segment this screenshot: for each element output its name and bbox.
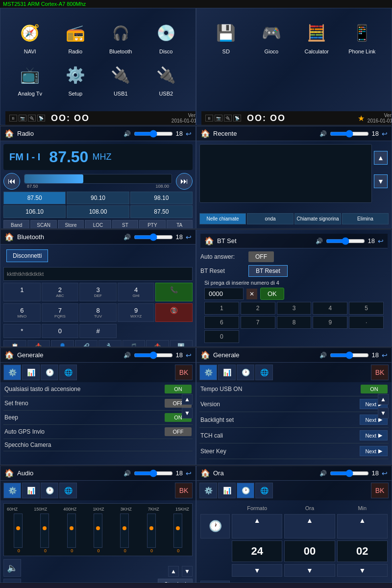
gen-tab-globe[interactable]: 🌐 xyxy=(59,365,77,380)
gen-accensione-toggle[interactable]: ON xyxy=(165,385,192,393)
bt-action-7[interactable]: 📤 xyxy=(146,340,169,347)
app-calculator[interactable]: 🧮 Calculator xyxy=(295,16,339,56)
auto-answer-toggle[interactable]: OFF xyxy=(248,251,274,262)
app-navi[interactable]: 🧭 NAVI xyxy=(8,16,52,56)
key-0[interactable]: 0 xyxy=(42,324,79,338)
btset-pin-input[interactable] xyxy=(204,288,244,300)
recent-down-btn[interactable]: ▼ xyxy=(374,174,388,188)
bt-action-3[interactable]: 👤 xyxy=(51,340,74,347)
ora-tab-clock[interactable]: 🕐 xyxy=(237,483,254,498)
app-setup[interactable]: ⚙️ Setup xyxy=(54,58,98,98)
gen-right-back[interactable]: ↩ xyxy=(382,351,388,359)
key-6[interactable]: 6MNO xyxy=(3,303,41,322)
home-icon-gen-right[interactable]: 🏠 xyxy=(200,350,210,360)
app-usb2[interactable]: 🔌 USB2 xyxy=(145,58,188,98)
tab-nelle-chiamate[interactable]: Nelle chiamate xyxy=(199,213,246,224)
radio-next-btn[interactable]: ⏭ xyxy=(176,173,193,190)
scroll-down-right[interactable]: ▼ xyxy=(378,408,389,418)
tab-onda[interactable]: onda xyxy=(247,213,294,224)
audio-scroll-down[interactable]: ▼ xyxy=(182,566,193,577)
formato-down[interactable]: ▼ xyxy=(232,564,282,577)
app-phone-link[interactable]: 📱 Phone Link xyxy=(341,16,384,56)
app-usb1[interactable]: 🔌 USB1 xyxy=(99,58,143,98)
home-icon-bt[interactable]: 🏠 xyxy=(4,232,14,242)
ora-tab-settings[interactable]: ⚙️ xyxy=(199,483,217,498)
eq-preset-btn[interactable]: Standard xyxy=(158,579,193,583)
ora-down[interactable]: ▼ xyxy=(284,564,335,577)
np-6[interactable]: 6 xyxy=(204,316,239,329)
key-star[interactable]: * xyxy=(3,324,41,338)
bt-reset-btn[interactable]: BT Reset xyxy=(248,265,288,277)
gen-right-tab-eq[interactable]: 📊 xyxy=(218,365,236,380)
min-down[interactable]: ▼ xyxy=(337,564,388,577)
preset-5[interactable]: 108.00 xyxy=(67,205,129,218)
btset-back-icon[interactable]: ↩ xyxy=(378,237,384,245)
audio-scroll-up[interactable]: ▲ xyxy=(168,566,179,577)
preset-1[interactable]: 87.50 xyxy=(3,192,66,204)
key-hash[interactable]: # xyxy=(79,324,117,338)
ctrl-scan[interactable]: SCAN xyxy=(30,220,56,229)
formato-up[interactable]: ▲ xyxy=(232,514,282,539)
home-icon-btset[interactable]: 🏠 xyxy=(204,236,214,245)
bt-action-4[interactable]: 🔗 xyxy=(75,340,98,347)
audio-tab-globe[interactable]: 🌐 xyxy=(59,483,77,498)
gen-steer-next[interactable]: Next ▶ xyxy=(360,446,388,456)
tab-elimina[interactable]: Elimina xyxy=(342,213,389,224)
gen-left-back[interactable]: ↩ xyxy=(186,351,192,359)
home-icon-audio[interactable]: 🏠 xyxy=(4,468,14,478)
gen-right-volume-slider[interactable] xyxy=(330,351,369,359)
audio-tab-clock[interactable]: 🕐 xyxy=(41,483,58,498)
app-sd[interactable]: 💾 SD xyxy=(204,16,248,56)
gen-tab-clock[interactable]: 🕐 xyxy=(41,365,58,380)
ora-tab-eq[interactable]: 📊 xyxy=(218,483,236,498)
np-dot[interactable]: · xyxy=(349,316,384,329)
gen-right-tab-bk[interactable]: BK xyxy=(371,365,389,380)
scroll-up-left[interactable]: ▲ xyxy=(182,394,193,405)
bt-volume-slider[interactable] xyxy=(134,233,173,241)
gen-right-tab-clock[interactable]: 🕐 xyxy=(237,365,254,380)
home-icon-ora[interactable]: 🏠 xyxy=(200,468,210,478)
eq-icon[interactable]: 📊 xyxy=(3,579,21,583)
radio-back-icon[interactable]: ↩ xyxy=(186,130,192,138)
np-1[interactable]: 1 xyxy=(204,302,239,315)
app-analog-tv[interactable]: 📺 Analog Tv xyxy=(8,58,52,98)
time-clock-icon[interactable]: 🕐 xyxy=(200,514,230,539)
ora-volume-slider[interactable] xyxy=(330,469,369,477)
np-4[interactable]: 4 xyxy=(313,302,347,315)
bt-back-icon[interactable]: ↩ xyxy=(186,233,192,241)
recent-back-icon[interactable]: ↩ xyxy=(382,130,388,138)
key-hangup[interactable]: 📵 xyxy=(155,303,193,322)
key-3[interactable]: 3DEF xyxy=(79,283,117,301)
ctrl-loc[interactable]: LOC xyxy=(85,220,111,229)
np-7[interactable]: 7 xyxy=(241,316,275,329)
bt-action-6[interactable]: 🎵 xyxy=(122,340,146,347)
ctrl-band[interactable]: Band xyxy=(3,220,29,229)
home-icon-gen-left[interactable]: 🏠 xyxy=(4,350,14,360)
gen-gps-toggle[interactable]: OFF xyxy=(165,427,192,436)
scroll-up-right[interactable]: ▲ xyxy=(378,394,389,405)
key-8[interactable]: 8TUV xyxy=(79,303,117,322)
home-icon-radio[interactable]: 🏠 xyxy=(4,129,14,138)
ora-tab-bk[interactable]: BK xyxy=(371,483,389,498)
audio-tab-eq[interactable]: 📊 xyxy=(22,483,40,498)
gen-right-tab-settings[interactable]: ⚙️ xyxy=(199,365,217,380)
audio-tab-bk[interactable]: BK xyxy=(175,483,193,498)
np-9[interactable]: 9 xyxy=(313,316,347,329)
ora-up[interactable]: ▲ xyxy=(284,514,335,539)
gen-left-volume-slider[interactable] xyxy=(134,351,173,359)
preset-2[interactable]: 90.10 xyxy=(67,192,129,204)
amp-icon[interactable]: 🔈 xyxy=(3,559,21,577)
radio-slider[interactable] xyxy=(24,174,172,184)
gen-right-tab-globe[interactable]: 🌐 xyxy=(255,365,273,380)
recent-up-btn[interactable]: ▲ xyxy=(374,151,388,165)
recent-volume-slider[interactable] xyxy=(330,130,369,138)
preset-4[interactable]: 106.10 xyxy=(3,205,66,218)
preset-3[interactable]: 98.10 xyxy=(130,192,193,204)
btset-clear-btn[interactable]: ✕ xyxy=(246,289,257,299)
key-call[interactable]: 📞 xyxy=(155,283,193,301)
app-disco[interactable]: 💿 Disco xyxy=(145,16,188,56)
np-3[interactable]: 3 xyxy=(277,302,312,315)
bt-action-8[interactable]: ⬇️ xyxy=(170,340,193,347)
audio-volume-slider[interactable] xyxy=(134,469,173,477)
bt-action-2[interactable]: 📥 xyxy=(27,340,50,347)
